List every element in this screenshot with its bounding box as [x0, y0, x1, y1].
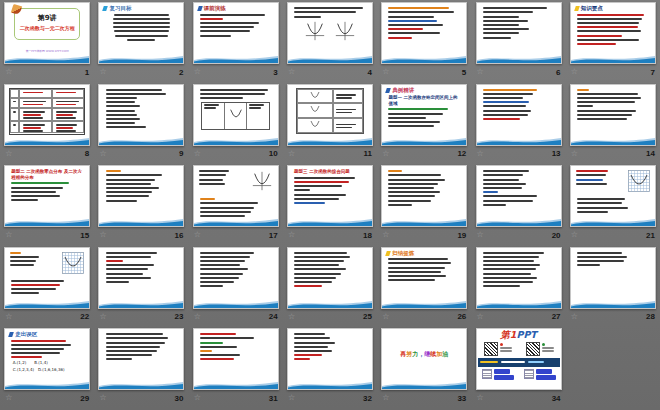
text-line-placeholder: [106, 183, 151, 185]
slide-thumbnail[interactable]: [570, 84, 656, 146]
star-icon[interactable]: ☆: [194, 68, 201, 76]
star-icon[interactable]: ☆: [99, 313, 106, 321]
star-icon[interactable]: ☆: [571, 231, 578, 239]
slide-thumbnail[interactable]: [381, 165, 467, 227]
star-icon[interactable]: ☆: [571, 68, 578, 76]
slide-thumbnail[interactable]: 归纳提炼: [381, 247, 467, 309]
text-line-placeholder: [388, 195, 435, 197]
slide-grid: 第9讲二次函数与一元二次方程第一PPT模板网 WWW.1PPT.COM☆1复习目…: [0, 0, 660, 410]
slide-thumbnail[interactable]: [570, 247, 656, 309]
star-icon[interactable]: ☆: [194, 313, 201, 321]
slide-thumbnail[interactable]: [287, 2, 373, 64]
slide-thumbnail[interactable]: [193, 84, 279, 146]
text-line-placeholder: [200, 30, 250, 32]
slide-thumbnail[interactable]: 复习目标: [98, 2, 184, 64]
star-icon[interactable]: ☆: [571, 313, 578, 321]
text-line-placeholder: [500, 347, 512, 349]
slide-thumbnail[interactable]: 题型二 二次函数零点分布 及二次方程根的分布: [4, 165, 90, 227]
section-header-row: 知识要点: [575, 6, 652, 12]
star-icon[interactable]: ☆: [382, 231, 389, 239]
slide-thumbnail[interactable]: [4, 84, 90, 146]
slide-thumbnail[interactable]: [287, 84, 373, 146]
slide-number: 19: [457, 231, 466, 240]
star-icon[interactable]: ☆: [99, 394, 106, 402]
text-line-placeholder: [200, 256, 250, 258]
star-icon[interactable]: ☆: [477, 150, 484, 158]
closing-char: 油: [442, 350, 448, 359]
text-line-placeholder: [494, 369, 510, 374]
slide-thumbnail[interactable]: [4, 247, 90, 309]
text-line-placeholder: [106, 354, 153, 356]
slide-content: [197, 168, 275, 217]
slide-thumbnail[interactable]: [476, 84, 562, 146]
slide-thumbnail[interactable]: 第9讲二次函数与一元二次方程第一PPT模板网 WWW.1PPT.COM: [4, 2, 90, 64]
slide-thumbnail[interactable]: 典例精讲题型一 二次函数在给定闭区间上的值域: [381, 84, 467, 146]
text-line-placeholder: [294, 202, 325, 204]
slide-thumbnail[interactable]: [193, 165, 279, 227]
star-icon[interactable]: ☆: [5, 231, 12, 239]
slide-cell-33: 再努力，继续加油☆33: [377, 328, 471, 410]
star-icon[interactable]: ☆: [99, 150, 106, 158]
slide-thumbnail[interactable]: [381, 2, 467, 64]
star-icon[interactable]: ☆: [477, 68, 484, 76]
answer-options: A.(1,2) B.(1,4): [13, 360, 86, 365]
slide-thumbnail[interactable]: [570, 165, 656, 227]
text-line-placeholder: [11, 348, 64, 350]
slide-thumbnail[interactable]: [476, 165, 562, 227]
slide-thumbnail[interactable]: [98, 328, 184, 390]
star-icon[interactable]: ☆: [382, 68, 389, 76]
slide-content: [385, 5, 463, 54]
slide-thumbnail[interactable]: 知识要点: [570, 2, 656, 64]
star-icon[interactable]: ☆: [288, 394, 295, 402]
star-icon[interactable]: ☆: [288, 68, 295, 76]
star-icon[interactable]: ☆: [5, 150, 12, 158]
slide-thumbnail[interactable]: [193, 247, 279, 309]
slide-thumbnail[interactable]: [476, 2, 562, 64]
topic-title: 题型二 二次函数零点分布 及二次方程根的分布: [11, 169, 84, 180]
text-line-placeholder: [483, 37, 511, 39]
text-line-placeholder: [388, 262, 450, 264]
wave-decoration: [5, 299, 89, 308]
slide-thumbnail[interactable]: [287, 247, 373, 309]
star-icon[interactable]: ☆: [288, 150, 295, 158]
slide-thumbnail[interactable]: [98, 165, 184, 227]
slide-cell-14: ☆14: [566, 84, 660, 166]
slide-thumbnail[interactable]: [98, 247, 184, 309]
star-icon[interactable]: ☆: [477, 394, 484, 402]
slide-thumbnail[interactable]: 题型三 二次函数的综合问题: [287, 165, 373, 227]
figure-row: [8, 250, 86, 278]
star-icon[interactable]: ☆: [5, 313, 12, 321]
star-icon[interactable]: ☆: [382, 313, 389, 321]
star-icon[interactable]: ☆: [5, 68, 12, 76]
star-icon[interactable]: ☆: [288, 313, 295, 321]
slide-cell-20: ☆20: [471, 165, 565, 247]
slide-thumbnail[interactable]: [287, 328, 373, 390]
star-icon[interactable]: ☆: [571, 150, 578, 158]
slide-thumbnail[interactable]: 再努力，继续加油: [381, 328, 467, 390]
slide-thumbnail[interactable]: 课前演练: [193, 2, 279, 64]
star-icon[interactable]: ☆: [477, 231, 484, 239]
star-icon[interactable]: ☆: [194, 394, 201, 402]
slide-number: 33: [457, 394, 466, 403]
text-line-placeholder: [576, 174, 606, 176]
star-icon[interactable]: ☆: [99, 68, 106, 76]
star-icon[interactable]: ☆: [5, 394, 12, 402]
text-line-placeholder: [10, 260, 36, 262]
slide-content: [574, 250, 652, 299]
slide-thumbnail[interactable]: [193, 328, 279, 390]
slide-thumbnail[interactable]: [476, 247, 562, 309]
table-cell-lines: [334, 93, 362, 99]
slide-thumbnail[interactable]: 走出误区A.(1,2) B.(1,4)C.(1,2,3,4) D.(1,6,16…: [4, 328, 90, 390]
star-icon[interactable]: ☆: [194, 231, 201, 239]
slide-thumbnail[interactable]: 第1PPT: [476, 328, 562, 390]
star-icon[interactable]: ☆: [382, 394, 389, 402]
star-icon[interactable]: ☆: [288, 231, 295, 239]
star-icon[interactable]: ☆: [477, 313, 484, 321]
text-line-placeholder: [56, 124, 77, 126]
slide-thumbnail[interactable]: [98, 84, 184, 146]
star-icon[interactable]: ☆: [194, 150, 201, 158]
star-icon[interactable]: ☆: [99, 231, 106, 239]
text-line-placeholder: [23, 104, 43, 106]
star-icon[interactable]: ☆: [382, 150, 389, 158]
slide-content: [291, 5, 369, 54]
